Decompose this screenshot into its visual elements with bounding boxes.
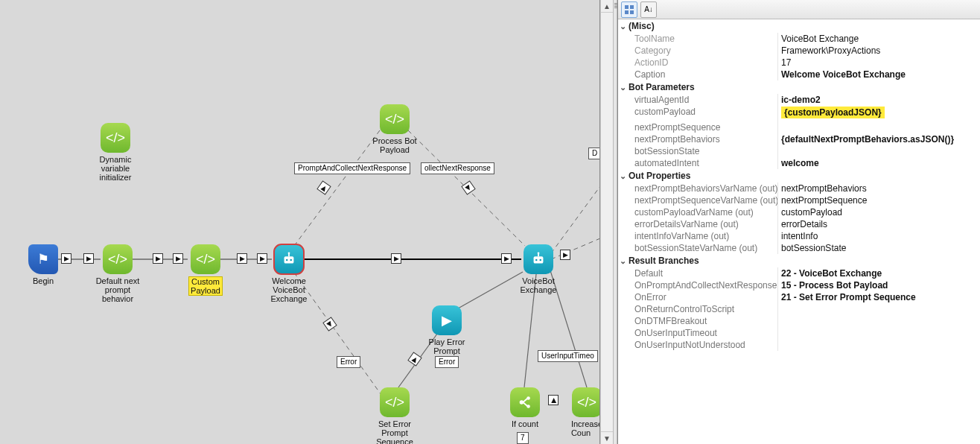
- prop-onerror[interactable]: OnError21 - Set Error Prompt Sequence: [618, 291, 980, 303]
- svg-point-28: [527, 405, 529, 407]
- chevron-down-icon: ⌄: [620, 22, 627, 30]
- prop-nextpromptsequence[interactable]: nextPromptSequence: [618, 121, 980, 133]
- node-if-count[interactable]: If count: [495, 387, 555, 428]
- edge-label: D: [588, 148, 600, 159]
- scroll-track[interactable]: [601, 13, 613, 431]
- flag-icon: ⚑: [28, 244, 58, 274]
- properties-panel: A↓ ⌄(Misc) ToolNameVoiceBot Exchange Cat…: [617, 0, 980, 444]
- group-bot-parameters[interactable]: ⌄Bot Parameters: [618, 80, 980, 94]
- prop-default[interactable]: Default22 - VoiceBot Exchange: [618, 267, 980, 279]
- node-label: Increase Coun: [571, 419, 600, 437]
- svg-point-23: [538, 252, 540, 254]
- svg-point-27: [527, 397, 529, 399]
- flow-arrow: [237, 253, 247, 264]
- prop-virtualagentid[interactable]: virtualAgentIdic-demo2: [618, 94, 980, 106]
- flow-arrow: [391, 253, 401, 264]
- node-label: Play Error Prompt: [429, 337, 465, 355]
- node-label: Begin: [33, 276, 54, 285]
- svg-rect-19: [534, 256, 544, 263]
- prop-iivn[interactable]: intentInfoVarName (out)intentInfo: [618, 230, 980, 242]
- prop-toolname[interactable]: ToolNameVoiceBot Exchange: [618, 33, 980, 45]
- node-set-error-prompt-seq[interactable]: </> Set Error Prompt Sequence: [365, 387, 424, 444]
- node-dynamic-var-init[interactable]: </> Dynamic variable initializer: [86, 123, 145, 182]
- flow-arrow: [153, 253, 163, 264]
- svg-line-12: [551, 186, 600, 253]
- node-begin[interactable]: ⚑ Begin: [13, 244, 73, 285]
- svg-rect-29: [625, 5, 629, 9]
- group-out-properties[interactable]: ⌄Out Properties: [618, 169, 980, 183]
- svg-point-18: [288, 252, 290, 254]
- svg-point-16: [290, 259, 292, 261]
- scroll-up-button[interactable]: ▲: [601, 0, 613, 13]
- prop-custompayload[interactable]: customPayload{customPayloadJSON}: [618, 106, 980, 121]
- prop-ondtmf[interactable]: OnDTMFBreakout: [618, 315, 980, 327]
- prop-category[interactable]: CategoryFramework\ProxyActions: [618, 45, 980, 57]
- branch-icon: [510, 387, 540, 417]
- prop-automatedintent[interactable]: automatedIntentwelcome: [618, 157, 980, 169]
- prop-npbvn[interactable]: nextPromptBehaviorsVarName (out)nextProm…: [618, 183, 980, 194]
- prop-caption[interactable]: CaptionWelcome VoiceBot Exchange: [618, 69, 980, 80]
- svg-rect-14: [284, 256, 294, 263]
- alphabetical-view-button[interactable]: A↓: [640, 1, 657, 18]
- properties-toolbar: A↓: [618, 0, 980, 19]
- prop-onuserinputnotunderstood[interactable]: OnUserInputNotUnderstood: [618, 339, 980, 351]
- prop-edvn[interactable]: errorDetailsVarName (out)errorDetails: [618, 218, 980, 230]
- bot-icon: [274, 244, 304, 274]
- prop-onpromptcollect[interactable]: OnPromptAndCollectNextResponse15 - Proce…: [618, 279, 980, 291]
- edge-label: PromptAndCollectNextResponse: [294, 162, 410, 174]
- group-result-branches[interactable]: ⌄Result Branches: [618, 254, 980, 267]
- node-welcome-voicebot-exchange[interactable]: Welcome VoiceBot Exchange: [259, 244, 319, 303]
- scroll-down-button[interactable]: ▼: [601, 431, 613, 444]
- svg-point-21: [539, 259, 541, 261]
- node-label: Welcome VoiceBot Exchange: [271, 276, 308, 303]
- prop-onreturncontrol[interactable]: OnReturnControlToScript: [618, 303, 980, 315]
- canvas-vertical-scrollbar[interactable]: ▲ ▼: [600, 0, 613, 444]
- properties-grid[interactable]: ⌄(Misc) ToolNameVoiceBot Exchange Catego…: [618, 19, 980, 444]
- group-misc[interactable]: ⌄(Misc): [618, 19, 980, 33]
- prop-actionid[interactable]: ActionID17: [618, 57, 980, 69]
- node-label: Set Error Prompt Sequence: [376, 419, 413, 444]
- prop-onuserinputtimeout[interactable]: OnUserInputTimeout: [618, 327, 980, 339]
- svg-point-24: [521, 401, 524, 404]
- node-play-error-prompt[interactable]: ▶ Play Error Prompt: [417, 305, 477, 355]
- svg-rect-30: [630, 5, 634, 9]
- code-icon: </>: [380, 387, 410, 417]
- code-icon: </>: [191, 244, 220, 274]
- categorized-view-button[interactable]: [621, 1, 637, 18]
- chevron-down-icon: ⌄: [620, 257, 627, 264]
- vertical-splitter[interactable]: [613, 0, 617, 444]
- node-label: Default next prompt behavior: [96, 276, 140, 303]
- code-icon: </>: [572, 387, 600, 417]
- code-icon: </>: [103, 244, 133, 274]
- play-icon: ▶: [432, 305, 462, 335]
- chevron-down-icon: ⌄: [620, 172, 627, 180]
- code-icon: </>: [380, 104, 410, 134]
- edge-label: ollectNextResponse: [421, 162, 494, 174]
- prop-nextpromptbehaviors[interactable]: nextPromptBehaviors{defaultNextPromptBeh…: [618, 133, 980, 145]
- node-voicebot-exchange[interactable]: VoiceBot Exchange: [509, 244, 568, 294]
- prop-cpvn[interactable]: customPayloadVarName (out)customPayload: [618, 206, 980, 218]
- prop-npsvn[interactable]: nextPromptSequenceVarName (out)nextPromp…: [618, 194, 980, 206]
- edge-label: Error: [435, 356, 459, 368]
- node-increase-count[interactable]: </> Increase Coun: [564, 387, 600, 437]
- node-label: Process Bot Payload: [372, 136, 416, 154]
- prop-bssvn[interactable]: botSessionStateVarName (out)botSessionSt…: [618, 242, 980, 254]
- node-label: Dynamic variable initializer: [100, 155, 132, 182]
- node-custom-payload[interactable]: </> Custom Payload: [176, 244, 235, 296]
- chevron-down-icon: ⌄: [620, 83, 627, 91]
- workflow-canvas[interactable]: ⚑ Begin </> Dynamic variable initializer…: [0, 0, 600, 444]
- edge-label: UserInputTimeo: [538, 350, 598, 362]
- edge-label: 7: [517, 432, 529, 444]
- prop-botsessionstate[interactable]: botSessionState: [618, 145, 980, 157]
- svg-point-15: [286, 259, 288, 261]
- bot-icon: [524, 244, 553, 274]
- node-process-bot-payload[interactable]: </> Process Bot Payload: [365, 104, 424, 154]
- svg-rect-31: [625, 10, 629, 14]
- node-label: Custom Payload: [188, 276, 223, 296]
- code-icon: </>: [101, 123, 130, 153]
- edge-label: Error: [337, 356, 360, 368]
- svg-point-20: [535, 259, 538, 261]
- node-label: VoiceBot Exchange: [521, 276, 557, 294]
- node-default-next-prompt[interactable]: </> Default next prompt behavior: [88, 244, 147, 303]
- svg-rect-32: [630, 10, 634, 14]
